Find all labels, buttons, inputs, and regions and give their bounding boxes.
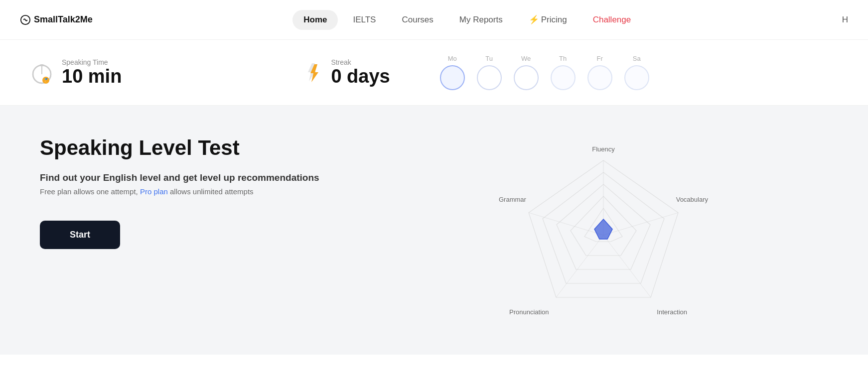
day-mo: Mo <box>440 55 465 90</box>
nav-item-pricing[interactable]: ⚡Pricing <box>518 9 578 30</box>
streak-text: Streak 0 days <box>331 58 390 87</box>
day-sa-circle <box>624 65 649 90</box>
speaking-time-block: 🏅 Speaking Time 10 min <box>30 58 122 87</box>
day-th-label: Th <box>559 55 567 62</box>
lightning-icon: ⚡ <box>529 15 539 24</box>
day-sa-label: Sa <box>633 55 641 62</box>
day-we-label: We <box>521 55 531 62</box>
main-content: Speaking Level Test Find out your Englis… <box>0 106 868 355</box>
logo[interactable]: SmallTalk2Me <box>20 14 93 25</box>
radar-svg <box>499 145 708 325</box>
speaking-time-text: Speaking Time 10 min <box>62 58 122 87</box>
streak-lightning-icon <box>301 61 323 83</box>
right-section: Fluency Vocabulary Interaction Pronuncia… <box>379 135 828 325</box>
radar-label-vocabulary: Vocabulary <box>676 196 708 203</box>
svg-line-17 <box>556 235 603 297</box>
section-description: Find out your English level and get leve… <box>40 172 339 183</box>
radar-label-interaction: Interaction <box>657 308 687 316</box>
nav-item-my-reports[interactable]: My Reports <box>448 10 514 30</box>
day-mo-label: Mo <box>448 55 457 62</box>
nav-item-ielts[interactable]: IELTS <box>342 10 387 30</box>
section-note: Free plan allows one attempt, Pro plan a… <box>40 187 339 196</box>
day-th-circle <box>551 65 576 90</box>
svg-text:🏅: 🏅 <box>43 78 49 84</box>
radar-data-polygon <box>594 219 612 239</box>
day-we-circle <box>514 65 539 90</box>
nav-right-initial[interactable]: H <box>842 15 848 25</box>
days-section: Mo Tu We Th Fr Sa <box>440 55 649 90</box>
start-button[interactable]: Start <box>40 221 120 249</box>
radar-label-pronunciation: Pronunciation <box>509 308 549 316</box>
day-fr-label: Fr <box>597 55 603 62</box>
svg-rect-3 <box>40 64 44 66</box>
nav-item-courses[interactable]: Courses <box>391 10 444 30</box>
timer-icon: 🏅 <box>30 60 54 84</box>
navbar: SmallTalk2Me Home IELTS Courses My Repor… <box>0 0 868 40</box>
svg-line-16 <box>603 235 651 297</box>
day-mo-circle <box>440 65 465 90</box>
day-fr-circle <box>587 65 612 90</box>
speaking-time-label: Speaking Time <box>62 58 122 66</box>
radar-label-fluency: Fluency <box>592 145 615 153</box>
streak-label: Streak <box>331 58 390 66</box>
stats-bar: 🏅 Speaking Time 10 min Streak 0 days Mo … <box>0 40 868 106</box>
pro-plan-link[interactable]: Pro plan <box>140 187 168 196</box>
day-fr: Fr <box>587 55 612 90</box>
day-sa: Sa <box>624 55 649 90</box>
radar-label-grammar: Grammar <box>499 196 526 203</box>
svg-line-18 <box>529 213 603 235</box>
nav-menu: Home IELTS Courses My Reports ⚡Pricing C… <box>292 9 642 30</box>
nav-item-challenge[interactable]: Challenge <box>582 10 642 30</box>
day-th: Th <box>551 55 576 90</box>
logo-icon <box>20 14 31 25</box>
logo-text: SmallTalk2Me <box>34 14 93 25</box>
left-section: Speaking Level Test Find out your Englis… <box>40 135 339 249</box>
day-we: We <box>514 55 539 90</box>
svg-line-15 <box>603 213 678 235</box>
day-tu: Tu <box>477 55 502 90</box>
streak-section: Streak 0 days <box>301 58 390 87</box>
streak-value: 0 days <box>331 66 390 87</box>
speaking-time-value: 10 min <box>62 66 122 87</box>
day-tu-label: Tu <box>485 55 493 62</box>
nav-item-home[interactable]: Home <box>292 10 338 30</box>
day-tu-circle <box>477 65 502 90</box>
section-title: Speaking Level Test <box>40 135 339 160</box>
radar-chart: Fluency Vocabulary Interaction Pronuncia… <box>499 145 708 325</box>
